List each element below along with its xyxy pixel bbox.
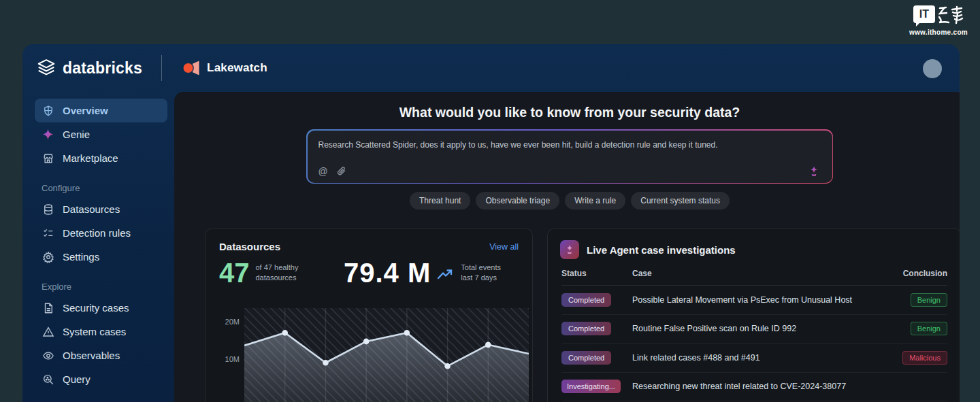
main-panel: What would you like to know from your se…: [174, 92, 960, 402]
case-title: Researching new threat intel related to …: [632, 382, 886, 391]
sidebar-item-genie[interactable]: Genie: [35, 122, 167, 146]
sidebar-item-label: Genie: [63, 129, 90, 140]
mention-icon[interactable]: @: [318, 166, 328, 177]
sidebar-item-detection-rules[interactable]: Detection rules: [35, 221, 167, 245]
trend-up-icon: [436, 267, 454, 282]
sidebar-item-label: Datasources: [63, 203, 120, 215]
eye-icon: [42, 349, 54, 362]
attachment-icon[interactable]: [337, 166, 346, 176]
sidebar-item-observables[interactable]: Observables: [35, 344, 167, 367]
case-title: Routine False Positive scan on Rule ID 9…: [632, 324, 886, 333]
lakewatch-logo-icon: [182, 59, 200, 77]
checklist-icon: [42, 227, 54, 239]
table-row[interactable]: Completed Link related cases #488 and #4…: [561, 344, 947, 373]
sidebar-item-datasources[interactable]: Datasources: [35, 197, 167, 221]
status-badge: Completed: [561, 293, 611, 307]
chip-threat-hunt[interactable]: Threat hunt: [410, 192, 470, 210]
healthy-count: 47: [219, 259, 250, 286]
sidebar-item-overview[interactable]: Overview: [35, 99, 167, 122]
chip-current-system-status[interactable]: Current system status: [631, 192, 730, 210]
live-agent-icon: [560, 240, 579, 259]
sidebar-item-label: Detection rules: [63, 227, 131, 239]
app-header: databricks Lakewatch: [22, 44, 960, 92]
y-axis-tick-10m: 10M: [215, 355, 240, 363]
sidebar-item-label: Marketplace: [63, 152, 118, 164]
sidebar-item-security-cases[interactable]: Security cases: [35, 296, 167, 320]
sidebar-item-label: System cases: [63, 326, 126, 337]
case-title: Possible Lateral Movement via PsExec fro…: [632, 295, 886, 305]
chip-observable-triage[interactable]: Observable triage: [476, 192, 559, 210]
events-total: 79.4 M: [344, 259, 431, 286]
cases-table: Status Case Conclusion Completed Possibl…: [548, 259, 960, 401]
conclusion-badge: Benign: [911, 322, 947, 335]
databricks-logo-icon: [36, 58, 56, 78]
genie-sparkle-icon: [42, 128, 54, 141]
warning-triangle-icon: [42, 325, 54, 338]
sidebar-item-settings[interactable]: Settings: [35, 245, 167, 269]
column-status: Status: [561, 269, 632, 278]
sidebar: Overview Genie Marketplace Configure Da: [22, 99, 174, 391]
search-cluster-icon: [42, 373, 54, 386]
cases-table-header: Status Case Conclusion: [561, 269, 947, 286]
status-badge: Completed: [561, 351, 611, 365]
case-title: Link related cases #488 and #491: [632, 353, 886, 363]
storefront-icon: [42, 152, 54, 165]
table-row[interactable]: Completed Possible Lateral Movement via …: [561, 286, 947, 315]
datasources-card: Datasources View all 47 of 47 healthy da…: [205, 228, 533, 402]
view-all-link[interactable]: View all: [489, 242, 519, 252]
status-badge: Investigating...: [561, 380, 621, 393]
database-icon: [42, 203, 54, 216]
shield-grid-icon: [42, 104, 54, 117]
cases-card-title: Live Agent case investigations: [587, 244, 736, 256]
header-divider: [161, 55, 162, 81]
ithome-cjk-glyphs: [938, 5, 964, 24]
sidebar-item-label: Settings: [63, 251, 99, 263]
query-input-border: Research Scattered Spider, does it apply…: [306, 129, 833, 184]
status-badge: Completed: [561, 322, 611, 335]
sidebar-section-configure: Configure: [35, 177, 167, 197]
table-row[interactable]: Investigating... Researching new threat …: [561, 373, 947, 402]
suggestion-chips: Threat hunt Observable triage Write a ru…: [174, 192, 960, 210]
user-avatar[interactable]: [923, 59, 942, 78]
column-case: Case: [632, 269, 886, 278]
query-input-value: Research Scattered Spider, does it apply…: [308, 131, 832, 150]
conclusion-badge: Benign: [911, 293, 947, 307]
sidebar-item-label: Query: [63, 373, 91, 385]
sidebar-section-explore: Explore: [35, 275, 167, 296]
ithome-watermark: IT www.ithome.com: [909, 5, 968, 36]
sidebar-item-label: Security cases: [63, 302, 129, 314]
ithome-url: www.ithome.com: [909, 29, 968, 36]
events-area-chart: [244, 308, 529, 402]
page-title: What would you like to know from your se…: [174, 105, 960, 120]
app-name: Lakewatch: [207, 61, 267, 75]
document-icon: [42, 301, 54, 314]
healthy-label: of 47 healthy datasources: [256, 263, 299, 283]
query-input[interactable]: Research Scattered Spider, does it apply…: [308, 131, 832, 183]
sidebar-item-label: Overview: [63, 105, 108, 116]
sidebar-item-system-cases[interactable]: System cases: [35, 320, 167, 344]
table-row[interactable]: Completed Routine False Positive scan on…: [561, 315, 947, 344]
app-window: databricks Lakewatch Overview: [22, 44, 960, 402]
y-axis-tick-20m: 20M: [215, 318, 240, 326]
conclusion-badge: Malicious: [902, 351, 947, 365]
chip-write-a-rule[interactable]: Write a rule: [565, 192, 625, 210]
column-conclusion: Conclusion: [886, 269, 947, 278]
events-label: Total events last 7 days: [461, 263, 501, 283]
databricks-brand[interactable]: databricks: [36, 58, 142, 78]
ithome-logo-icon: IT: [913, 5, 935, 23]
sidebar-item-query[interactable]: Query: [35, 367, 167, 391]
datasources-card-title: Datasources: [219, 241, 280, 252]
lakewatch-brand[interactable]: Lakewatch: [182, 59, 267, 77]
page: IT www.ithome.com databrick: [0, 0, 980, 402]
genie-send-icon[interactable]: [808, 165, 820, 178]
sidebar-item-label: Observables: [63, 350, 120, 361]
sidebar-item-marketplace[interactable]: Marketplace: [35, 146, 167, 170]
gear-icon: [42, 250, 54, 263]
brand-name: databricks: [63, 59, 142, 78]
live-agent-cases-card: Live Agent case investigations Status Ca…: [547, 228, 960, 402]
